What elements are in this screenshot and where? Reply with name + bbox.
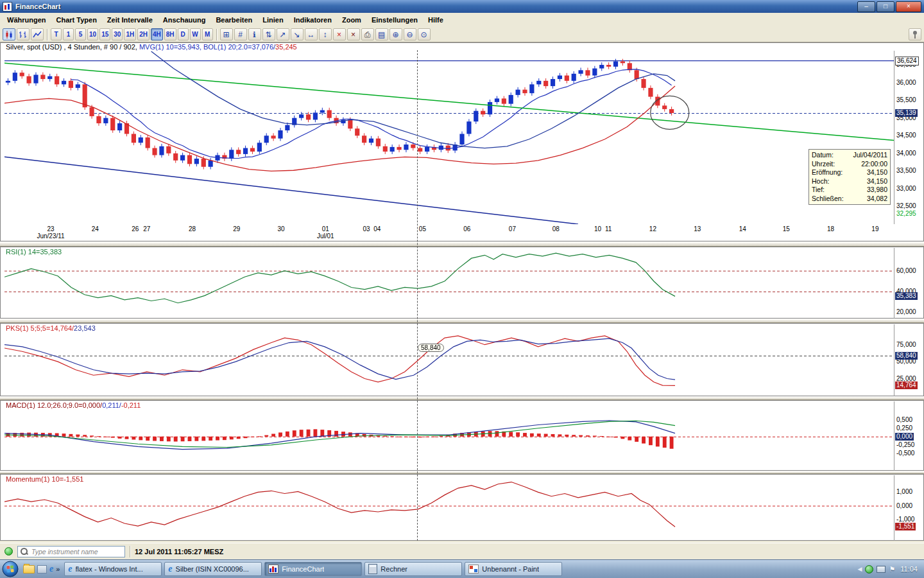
timeframe-button-t[interactable]: T: [51, 28, 62, 40]
macd-header-params: MACD(1) 12.0;26.0;9.0=0,000/: [6, 401, 102, 409]
delete-line-icon[interactable]: ×: [333, 28, 346, 40]
timeframe-button-2h[interactable]: 2H: [137, 28, 150, 40]
overflow-chevron-icon[interactable]: »: [56, 565, 60, 573]
panel-splitter[interactable]: [0, 319, 924, 323]
pks-panel: PKS(1) 5;5;5=14,764/23,543 75,00050,0002…: [0, 323, 924, 396]
x-axis-label: 11: [605, 225, 612, 232]
trend-up-icon[interactable]: ↗: [277, 28, 289, 40]
timeframe-button-8h[interactable]: 8H: [164, 28, 176, 40]
toolbar-separator: [47, 29, 47, 40]
zoom-out-icon[interactable]: ⊖: [404, 28, 416, 40]
grid-icon[interactable]: ⊞: [220, 28, 233, 40]
menu-item-zeit-intervalle[interactable]: Zeit Intervalle: [102, 14, 158, 26]
x-axis-label: 19: [871, 225, 878, 232]
x-axis-label: 15: [783, 225, 790, 232]
tooltip-label: Hoch:: [811, 177, 848, 186]
hash-icon[interactable]: #: [234, 28, 247, 40]
menu-item-chart-typen[interactable]: Chart Typen: [51, 14, 102, 26]
timeframe-button-1h[interactable]: 1H: [124, 28, 136, 40]
taskbar-button[interactable]: FinanceChart: [264, 562, 362, 576]
delete-all-icon[interactable]: ×: [347, 28, 360, 40]
menu-item-hilfe[interactable]: Hilfe: [423, 14, 449, 26]
timeframe-button-w[interactable]: W: [190, 28, 201, 40]
zoom-reset-icon[interactable]: ⊙: [418, 28, 431, 40]
main-toolbar: T151015301H2H4H8HDWM ⊞#ℹ⇅↗↘↔↕××⎙▤⊕⊖⊙: [0, 27, 924, 42]
taskbar-button[interactable]: eflatex - Windows Int...: [64, 562, 162, 576]
rsi-panel: RSI(1) 14=35,383 60,00040,00020,00035,38…: [0, 247, 924, 319]
axis-value-label: 75,000: [896, 341, 916, 349]
axis-value-label: 35,139: [895, 109, 918, 117]
start-button[interactable]: [2, 561, 19, 577]
timeframe-button-30[interactable]: 30: [112, 28, 123, 40]
x-axis-label: 10: [594, 225, 601, 232]
line-chart-icon[interactable]: [31, 28, 44, 40]
menu-item-anschauung[interactable]: Anschauung: [158, 14, 211, 26]
momentum-panel: Momentum(1) 10=-1,551 1,0000,000-1,000-1…: [0, 474, 924, 541]
close-button[interactable]: ×: [896, 1, 921, 12]
instrument-search-input[interactable]: [30, 547, 122, 556]
rsi-canvas[interactable]: [4, 248, 894, 319]
taskbar-button[interactable]: Unbenannt - Paint: [465, 562, 562, 576]
axis-value-label: 36,000: [896, 79, 916, 87]
maximize-button[interactable]: □: [877, 1, 894, 12]
timeframe-button-d[interactable]: D: [178, 28, 189, 40]
tray-expand-icon[interactable]: ◀: [857, 566, 862, 572]
timeframe-button-1[interactable]: 1: [63, 28, 74, 40]
panel-splitter[interactable]: [0, 241, 924, 247]
trend-horizontal-icon[interactable]: ↔: [305, 28, 318, 40]
action-center-flag-icon[interactable]: ⚑: [889, 565, 895, 574]
antivirus-icon[interactable]: [865, 565, 873, 574]
show-desktop-icon[interactable]: [37, 565, 47, 574]
axis-value-label: 0,250: [896, 425, 912, 432]
mvg-label: MVG(1) 10=35,943,: [139, 43, 203, 51]
timeframe-button-10[interactable]: 10: [87, 28, 98, 40]
tooltip-value: 34,150: [848, 177, 888, 186]
crosshair-line[interactable]: [417, 50, 418, 541]
axis-value-label: 0,500: [896, 416, 912, 424]
trend-vertical-icon[interactable]: ↕: [319, 28, 332, 40]
tooltip-row: Uhrzeit:22:00:00: [811, 160, 888, 169]
folder-icon[interactable]: [23, 565, 35, 574]
menu-item-zoom[interactable]: Zoom: [337, 14, 366, 26]
axis-value-label: 58,840: [895, 352, 918, 360]
internet-explorer-icon: e: [168, 565, 172, 574]
timeframe-button-m[interactable]: M: [202, 28, 213, 40]
candlestick-chart-icon[interactable]: [3, 28, 15, 40]
zoom-in-icon[interactable]: ⊕: [389, 28, 402, 40]
info-icon[interactable]: ℹ: [248, 28, 261, 40]
taskbar-button-label: FinanceChart: [282, 565, 324, 573]
menu-item-linien[interactable]: Linien: [257, 14, 288, 26]
timeframe-button-5[interactable]: 5: [75, 28, 86, 40]
chart-area: Silver, spot (USD) , 4 Stunden, # 90 / 9…: [0, 42, 924, 543]
timeframe-button-15[interactable]: 15: [99, 28, 110, 40]
timeframe-button-4h[interactable]: 4H: [151, 28, 163, 40]
taskbar-clock[interactable]: 11:04: [898, 565, 918, 573]
trend-down-icon[interactable]: ↘: [291, 28, 304, 40]
preview-icon[interactable]: ▤: [375, 28, 388, 40]
sort-values-icon[interactable]: ⇅: [262, 28, 275, 40]
menu-item-bearbeiten[interactable]: Bearbeiten: [210, 14, 257, 26]
pks-canvas[interactable]: [4, 324, 894, 396]
momentum-canvas[interactable]: [4, 475, 894, 541]
tooltip-row: Eröffnung:34,150: [811, 168, 888, 177]
minimize-button[interactable]: –: [857, 1, 875, 12]
print-icon[interactable]: ⎙: [361, 28, 374, 40]
taskbar-button[interactable]: eSilber (ISIN XC00096...: [164, 562, 262, 576]
tooltip-label: Schließen:: [811, 195, 848, 204]
x-axis-label: 30: [277, 225, 284, 232]
main-chart-canvas[interactable]: [4, 51, 894, 224]
taskbar-button[interactable]: Rechner: [364, 562, 462, 576]
titlebar: FinanceChart – □ ×: [0, 0, 924, 13]
pin-icon[interactable]: [909, 28, 921, 40]
ohlc-chart-icon[interactable]: [17, 28, 30, 40]
menu-item-währungen[interactable]: Währungen: [2, 14, 51, 26]
internet-explorer-icon[interactable]: e: [49, 565, 53, 574]
x-axis-sublabel: Jul/01: [317, 232, 334, 240]
network-icon[interactable]: [877, 566, 886, 573]
taskbar-button-label: flatex - Windows Int...: [76, 565, 143, 573]
search-icon: [21, 548, 28, 555]
macd-canvas[interactable]: [4, 401, 894, 471]
menu-item-indikatoren[interactable]: Indikatoren: [289, 14, 337, 26]
menu-item-einstellungen[interactable]: Einstellungen: [366, 14, 423, 26]
axis-value-label: -0,500: [896, 450, 914, 457]
